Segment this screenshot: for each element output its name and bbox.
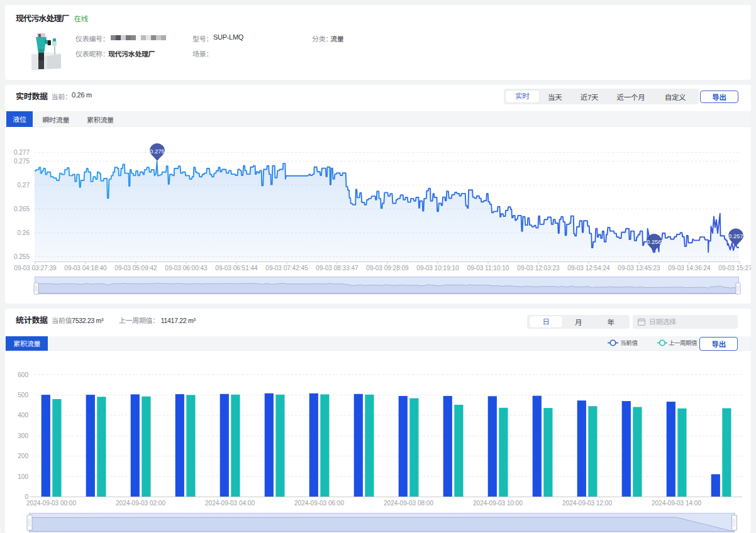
svg-text:300: 300 — [18, 432, 28, 439]
svg-text:100: 100 — [18, 473, 28, 480]
svg-text:600: 600 — [18, 371, 28, 378]
svg-text:2024-09-03 14:00: 2024-09-03 14:00 — [652, 500, 701, 507]
svg-text:2024-09-03 06:00: 2024-09-03 06:00 — [294, 500, 344, 507]
svg-text:2024-09-03 04:00: 2024-09-03 04:00 — [205, 500, 255, 507]
svg-text:09-03 09:28:09: 09-03 09:28:09 — [366, 265, 409, 272]
svg-text:500: 500 — [18, 392, 28, 398]
svg-text:09-03 13:45:23: 09-03 13:45:23 — [618, 265, 660, 272]
svg-text:0.277: 0.277 — [14, 149, 30, 156]
svg-text:2024-09-03 08:00: 2024-09-03 08:00 — [384, 500, 433, 507]
svg-text:09-03 03:27:39: 09-03 03:27:39 — [14, 265, 57, 272]
svg-text:400: 400 — [18, 412, 28, 419]
svg-text:0.27: 0.27 — [18, 182, 30, 189]
svg-text:0.256: 0.256 — [647, 238, 662, 245]
svg-text:2024-09-03 12:00: 2024-09-03 12:00 — [562, 500, 612, 507]
svg-text:0.265: 0.265 — [14, 206, 30, 212]
svg-text:2024-09-03 10:00: 2024-09-03 10:00 — [473, 500, 523, 507]
svg-text:0.275: 0.275 — [150, 148, 165, 155]
svg-text:09-03 14:36:24: 09-03 14:36:24 — [668, 265, 711, 272]
svg-text:200: 200 — [18, 453, 28, 459]
svg-text:0.275: 0.275 — [14, 158, 30, 165]
svg-text:09-03 05:09:42: 09-03 05:09:42 — [114, 265, 157, 272]
svg-text:2024-09-03 00:00: 2024-09-03 00:00 — [26, 500, 76, 507]
svg-text:09-03 06:00:43: 09-03 06:00:43 — [165, 265, 208, 272]
svg-text:09-03 15:27:40: 09-03 15:27:40 — [718, 265, 751, 272]
svg-text:0.255: 0.255 — [14, 253, 30, 260]
svg-text:09-03 12:03:23: 09-03 12:03:23 — [517, 265, 560, 272]
svg-text:09-03 11:10:10: 09-03 11:10:10 — [467, 265, 509, 272]
svg-text:09-03 07:42:45: 09-03 07:42:45 — [265, 265, 308, 272]
svg-text:09-03 10:19:10: 09-03 10:19:10 — [416, 265, 459, 272]
svg-text:0.257: 0.257 — [728, 233, 743, 239]
svg-text:09-03 12:54:24: 09-03 12:54:24 — [567, 265, 610, 272]
svg-text:09-03 08:33:47: 09-03 08:33:47 — [316, 265, 359, 272]
svg-text:09-03 06:51:44: 09-03 06:51:44 — [215, 265, 258, 272]
svg-text:2024-09-03 02:00: 2024-09-03 02:00 — [116, 500, 165, 507]
svg-text:0.26: 0.26 — [18, 229, 30, 236]
svg-text:09-03 04:18:40: 09-03 04:18:40 — [64, 265, 107, 272]
